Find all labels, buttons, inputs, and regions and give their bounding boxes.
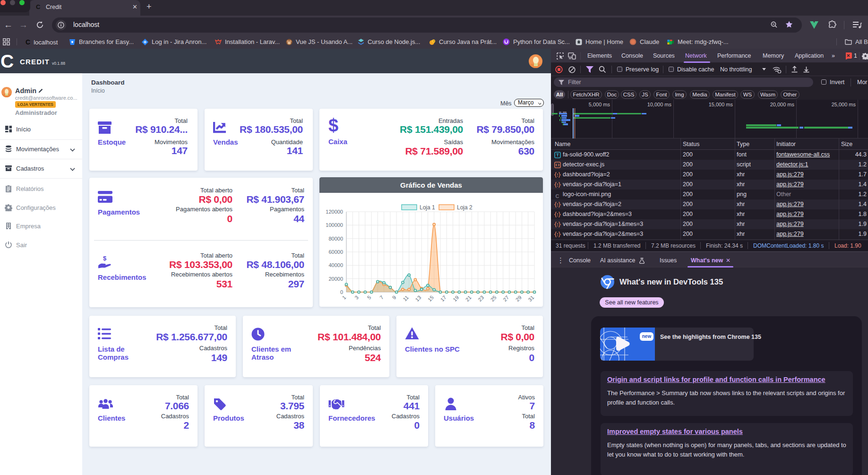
svg-text:5: 5 bbox=[366, 294, 372, 301]
svg-text:1: 1 bbox=[341, 294, 347, 301]
svg-text:31: 31 bbox=[527, 294, 535, 302]
svg-text:40000: 40000 bbox=[328, 262, 343, 268]
svg-text:0: 0 bbox=[340, 289, 343, 295]
svg-text:20000: 20000 bbox=[328, 276, 343, 282]
svg-text:80000: 80000 bbox=[328, 236, 343, 242]
svg-text:60000: 60000 bbox=[328, 249, 343, 255]
svg-text:19: 19 bbox=[452, 294, 460, 302]
svg-text:$: $ bbox=[103, 255, 107, 262]
svg-text:21: 21 bbox=[464, 294, 473, 302]
svg-text:27: 27 bbox=[502, 294, 510, 302]
svg-text:9: 9 bbox=[391, 294, 397, 301]
svg-text:23: 23 bbox=[477, 294, 485, 302]
svg-text:15: 15 bbox=[427, 294, 435, 302]
svg-text:100000: 100000 bbox=[326, 222, 343, 228]
svg-text:Loja 2: Loja 2 bbox=[457, 204, 473, 211]
svg-text:120000: 120000 bbox=[326, 209, 343, 215]
svg-text:11: 11 bbox=[402, 294, 410, 302]
svg-text:17: 17 bbox=[439, 294, 447, 302]
svg-text:3: 3 bbox=[353, 294, 360, 301]
svg-text:29: 29 bbox=[515, 294, 523, 302]
svg-text:13: 13 bbox=[414, 294, 422, 302]
svg-text:7: 7 bbox=[378, 294, 385, 301]
svg-text:25: 25 bbox=[490, 294, 498, 302]
svg-text:Loja 1: Loja 1 bbox=[420, 204, 435, 211]
